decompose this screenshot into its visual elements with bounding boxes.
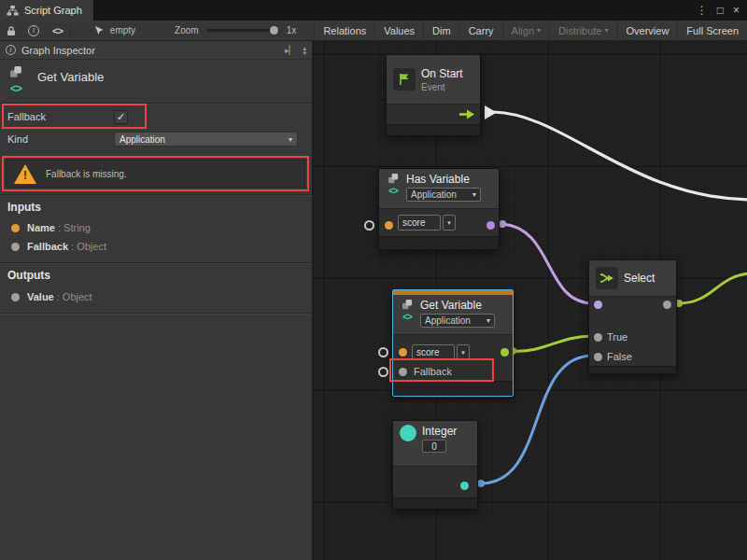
- outputs-section-title: Outputs: [7, 269, 50, 282]
- port-dot-gray: [11, 293, 20, 301]
- align-button[interactable]: Align▾: [502, 21, 549, 41]
- chevron-down-icon: ▾: [472, 190, 476, 199]
- node-footer: [393, 497, 477, 509]
- info-icon: i: [6, 45, 16, 55]
- flag-icon: [393, 68, 416, 91]
- warning-highlight-box: [2, 156, 309, 191]
- node-title: Get Variable: [420, 299, 495, 312]
- node-footer: [393, 381, 513, 396]
- integer-value-field[interactable]: 0: [422, 440, 446, 453]
- false-port-label: False: [607, 351, 632, 362]
- fallback-input-port[interactable]: [378, 367, 388, 377]
- integer-output-dot[interactable]: [460, 482, 469, 490]
- separator: [70, 24, 71, 37]
- graph-toolbar: i <> empty Zoom 1x Relations Values Dim …: [0, 21, 747, 41]
- dock-icon[interactable]: ▸▏: [285, 46, 295, 55]
- maximize-icon[interactable]: □: [717, 5, 724, 16]
- wires-layer: [313, 41, 747, 560]
- unity-script-graph-window: Script Graph ⋮ □ × i <> empty Zoom 1x Re…: [0, 0, 747, 560]
- node-footer: [387, 124, 480, 135]
- input-row-fallback: Fallback : Object: [0, 240, 106, 253]
- integer-icon: [400, 425, 416, 441]
- name-port-dot[interactable]: [399, 348, 407, 357]
- code-icon: <>: [402, 312, 412, 322]
- divider: [0, 262, 312, 263]
- zoom-value: 1x: [287, 25, 297, 35]
- graph-inspector-panel: i Graph Inspector ▸▏ ▴ ▾ <> Get Variable…: [0, 41, 313, 560]
- node-body: [387, 104, 480, 124]
- name-input-port[interactable]: [378, 347, 388, 357]
- distribute-button[interactable]: Distribute▾: [549, 21, 616, 41]
- kind-label: Kind: [0, 133, 114, 145]
- zoom-label: Zoom: [175, 25, 199, 35]
- tab-script-graph[interactable]: Script Graph: [0, 0, 94, 21]
- graph-canvas[interactable]: On Start Event <> Has Variable: [313, 41, 747, 560]
- script-graph-icon: [7, 5, 19, 17]
- zoom-slider-handle[interactable]: [270, 26, 278, 35]
- lock-icon[interactable]: [6, 25, 17, 36]
- variables-icon: <>: [386, 173, 401, 196]
- down-arrow-icon: ▾: [303, 50, 306, 55]
- input-row-name: Name : String: [0, 221, 91, 234]
- wire-getvariable-to-true[interactable]: [513, 336, 593, 351]
- chevron-down-icon: ▾: [486, 316, 490, 325]
- node-integer[interactable]: Integer 0: [392, 420, 478, 510]
- variable-name-value[interactable]: score: [398, 215, 441, 231]
- inputs-section-title: Inputs: [7, 201, 41, 214]
- wire-onstart-flow[interactable]: [494, 112, 747, 200]
- output-port-dot[interactable]: [486, 221, 495, 230]
- fallback-highlight-box: [2, 104, 147, 129]
- node-body: [393, 466, 477, 497]
- node-footer: [589, 366, 676, 373]
- code-icon: <>: [388, 186, 398, 196]
- kind-property-row: Kind Application ▾: [0, 130, 312, 148]
- node-header: <> Has Variable Application ▾: [379, 169, 499, 208]
- zoom-slider[interactable]: [206, 29, 279, 32]
- kind-dropdown[interactable]: Application ▾: [114, 132, 298, 147]
- scope-dropdown[interactable]: Application ▾: [420, 314, 495, 328]
- expander-arrows-icon[interactable]: ▴ ▾: [303, 46, 306, 55]
- false-input-dot[interactable]: [594, 353, 602, 361]
- info-icon[interactable]: i: [28, 25, 39, 36]
- wire-hasvariable-to-select[interactable]: [502, 224, 593, 303]
- true-input-dot[interactable]: [594, 333, 602, 342]
- distribute-label: Distribute: [558, 25, 601, 36]
- carry-button[interactable]: Carry: [459, 21, 502, 41]
- name-input-port[interactable]: [364, 220, 374, 231]
- variable-name-dropdown[interactable]: ▾: [443, 215, 456, 231]
- overview-button[interactable]: Overview: [617, 21, 678, 41]
- selection-output-dot[interactable]: [663, 301, 671, 309]
- port-name: Fallback: [27, 241, 68, 252]
- port-type: : Object: [71, 241, 106, 252]
- output-row-value: Value : Object: [0, 290, 92, 303]
- graph-inspector-header: i Graph Inspector ▸▏ ▴ ▾: [0, 41, 312, 60]
- dim-button[interactable]: Dim: [423, 21, 459, 41]
- scope-value: Application: [425, 315, 471, 326]
- node-title: On Start: [421, 67, 463, 80]
- close-icon[interactable]: ×: [733, 5, 740, 16]
- relations-button[interactable]: Relations: [314, 21, 374, 41]
- kind-value: Application: [120, 134, 165, 145]
- code-preview-icon[interactable]: <>: [52, 25, 63, 36]
- name-port-dot[interactable]: [385, 221, 393, 230]
- flow-output-port[interactable]: [485, 105, 497, 119]
- scope-dropdown[interactable]: Application ▾: [406, 188, 481, 202]
- chevron-down-icon: ▾: [605, 26, 609, 35]
- node-footer: [379, 236, 499, 249]
- fullscreen-button[interactable]: Full Screen: [677, 21, 747, 41]
- node-on-start[interactable]: On Start Event: [386, 54, 481, 136]
- select-icon: [596, 267, 618, 289]
- values-button[interactable]: Values: [374, 21, 423, 41]
- chevron-down-icon: ▾: [537, 26, 541, 35]
- pointer-icon: [93, 25, 105, 36]
- node-has-variable[interactable]: <> Has Variable Application ▾ score ▾: [378, 168, 500, 250]
- divider: [0, 194, 312, 195]
- port-dot-gray: [11, 243, 20, 251]
- value-output-dot[interactable]: [500, 348, 509, 357]
- menu-icon[interactable]: ⋮: [697, 5, 708, 16]
- node-select[interactable]: Select True False: [588, 259, 677, 374]
- condition-input-dot[interactable]: [594, 301, 602, 309]
- wire-select-output[interactable]: [679, 273, 747, 303]
- flow-arrow-icon: [459, 109, 474, 119]
- code-icon: <>: [10, 82, 21, 95]
